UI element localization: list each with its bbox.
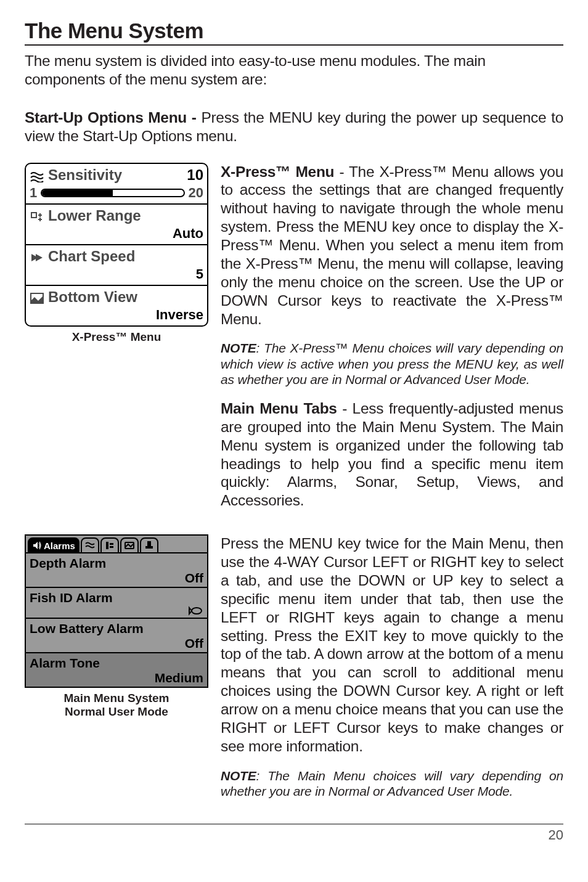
- sensitivity-label: Sensitivity: [48, 166, 122, 184]
- chart-speed-label: Chart Speed: [48, 248, 135, 265]
- mainmenu-figure: Alarms Depth Alarm Off: [25, 534, 208, 688]
- svg-rect-4: [110, 546, 113, 548]
- speaker-icon: [32, 541, 42, 550]
- xpress-label: X-Press™ Menu: [221, 163, 334, 180]
- svg-rect-2: [106, 542, 108, 549]
- views-icon: [125, 541, 134, 550]
- tab-alarms-label: Alarms: [44, 541, 75, 551]
- sensitivity-min: 1: [30, 185, 37, 201]
- lower-range-label: Lower Range: [48, 207, 141, 224]
- mainmenu-tabs-label: Main Menu Tabs: [221, 400, 337, 417]
- depth-alarm-label: Depth Alarm: [30, 556, 203, 571]
- page-title: The Menu System: [25, 18, 563, 46]
- sensitivity-max: 20: [189, 185, 203, 201]
- note2-text: : The Main Menu choices will vary depend…: [221, 769, 563, 798]
- svg-rect-0: [31, 213, 36, 218]
- mainmenu-caption: Main Menu System Normal User Mode: [25, 692, 208, 719]
- alarm-tone-label: Alarm Tone: [30, 656, 203, 671]
- xpress-note: NOTE: The X-Press™ Menu choices will var…: [221, 340, 563, 387]
- note2-label: NOTE: [221, 769, 256, 783]
- lower-range-icon: [30, 210, 44, 222]
- mainmenu-note: NOTE: The Main Menu choices will vary de…: [221, 768, 563, 799]
- xpress-menu-figure: Sensitivity 10 1 20 Lower Range: [25, 163, 208, 327]
- mainmenu-caption-line1: Main Menu System: [63, 692, 169, 704]
- sensitivity-icon: [30, 169, 44, 181]
- xpress-text: - The X-Press™ Menu allows you to access…: [221, 163, 563, 327]
- tab-accessories: [140, 537, 158, 552]
- xpress-caption: X-Press™ Menu: [25, 330, 208, 344]
- tab-alarms: Alarms: [28, 537, 80, 552]
- intro-paragraph: The menu system is divided into easy-to-…: [25, 52, 563, 89]
- startup-label: Start-Up Options Menu -: [25, 109, 201, 126]
- bottom-view-value: Inverse: [156, 307, 203, 323]
- startup-paragraph: Start-Up Options Menu - Press the MENU k…: [25, 108, 563, 145]
- svg-rect-3: [110, 543, 113, 545]
- chart-speed-value: 5: [196, 266, 203, 282]
- tab-setup: [100, 537, 119, 552]
- sensitivity-slider: [41, 187, 184, 198]
- xpress-paragraph: X-Press™ Menu - The X-Press™ Menu allows…: [221, 163, 563, 329]
- tab-sonar: [81, 537, 99, 552]
- footer-rule: [25, 823, 563, 825]
- alarm-tone-value: Medium: [30, 671, 203, 685]
- bottom-view-icon: [30, 291, 44, 303]
- fish-id-value: [30, 605, 203, 616]
- depth-alarm-value: Off: [30, 571, 203, 586]
- sonar-icon: [85, 541, 95, 550]
- mainmenu-tabs-paragraph: Main Menu Tabs - Less frequently-adjuste…: [221, 399, 563, 510]
- svg-rect-6: [147, 541, 151, 546]
- note1-label: NOTE: [221, 341, 256, 355]
- bottom-view-label: Bottom View: [48, 288, 137, 306]
- fish-icon: [189, 605, 203, 616]
- low-battery-label: Low Battery Alarm: [30, 621, 203, 636]
- accessories-icon: [144, 541, 154, 550]
- svg-point-8: [192, 608, 202, 614]
- lower-range-value: Auto: [173, 226, 203, 242]
- chart-speed-icon: [30, 250, 44, 263]
- setup-icon: [105, 541, 115, 550]
- page-number: 20: [25, 827, 563, 843]
- mainmenu-caption-line2: Normal User Mode: [65, 705, 168, 718]
- mainmenu-paragraph: Press the MENU key twice for the Main Me…: [221, 534, 563, 756]
- fish-id-label: Fish ID Alarm: [30, 590, 203, 605]
- tab-views: [120, 537, 139, 552]
- svg-rect-7: [145, 546, 153, 549]
- sensitivity-value: 10: [187, 166, 203, 184]
- note1-text: : The X-Press™ Menu choices will vary de…: [221, 341, 563, 386]
- low-battery-value: Off: [30, 636, 203, 651]
